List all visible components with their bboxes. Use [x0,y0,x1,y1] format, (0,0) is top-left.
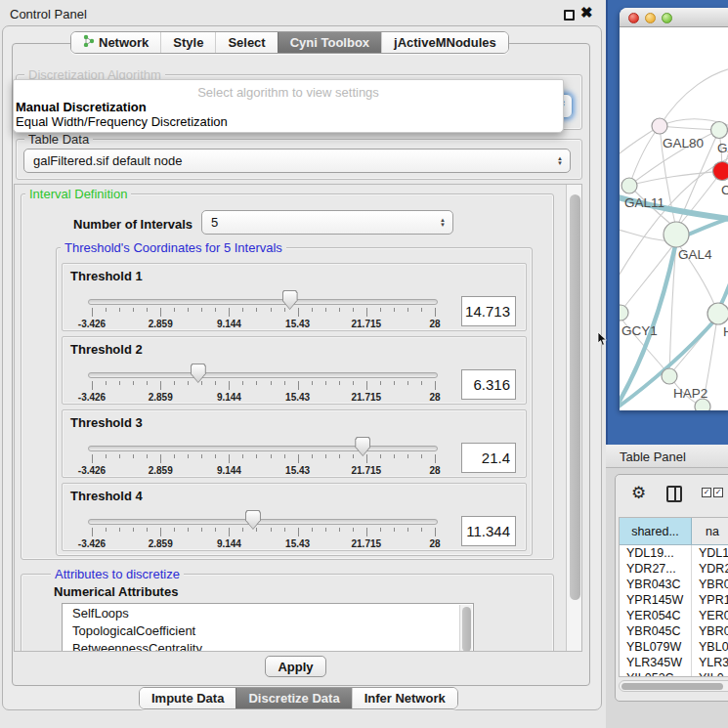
cell-shared-name[interactable]: YDR27... [620,561,692,577]
slider-track[interactable] [88,299,438,305]
tab-cyni-toolbox[interactable]: Cyni Toolbox [278,32,381,53]
popup-item-equal-width-frequency[interactable]: Equal Width/Frequency Discretization [16,114,228,129]
attributes-list-scrollbar[interactable] [459,605,472,652]
spinner-arrows-icon: ▲▼ [440,218,446,228]
cell-name[interactable]: YIL0 [692,670,728,677]
close-icon[interactable]: ✖ [580,4,593,21]
network-edge[interactable] [660,126,719,130]
network-node[interactable] [620,305,628,321]
threshold-value-field[interactable] [461,516,516,546]
tab-infer-network[interactable]: Infer Network [352,688,457,708]
table-row[interactable]: YBL079WYBL0 [620,639,728,655]
minimize-traffic-light-icon[interactable] [645,13,656,23]
cell-name[interactable]: YBL0 [692,639,728,655]
tab-network[interactable]: Network [71,32,160,53]
slider-tick [284,528,285,532]
tab-discretize-data[interactable]: Discretize Data [236,688,351,708]
network-node[interactable] [662,368,677,384]
cell-name[interactable]: YDL1 [692,545,728,561]
table-row[interactable]: YDR27...YDR2 [620,561,728,577]
network-node[interactable] [664,222,689,247]
network-window-titlebar[interactable] [620,8,728,27]
network-node-label: GAL80 [663,136,704,150]
settings-scroll-viewport: Interval Definition Number of Intervals … [14,184,582,652]
numerical-attributes-list[interactable]: SelfLoopsTopologicalCoefficientBetweenne… [62,603,474,652]
slider-track[interactable] [88,372,438,378]
network-node[interactable] [711,122,728,139]
slider-track[interactable] [88,519,438,525]
cell-shared-name[interactable]: YER054C [620,608,692,623]
network-edge[interactable] [629,171,722,186]
slider-thumb[interactable] [355,437,370,456]
threshold-value-field[interactable] [461,296,516,326]
network-view-window[interactable]: GAL80GACGAL11GAL4GCY1HHAP2 [620,8,728,410]
checkbox-icon[interactable]: ✓ [713,488,723,497]
cell-shared-name[interactable]: YDL19... [620,545,692,561]
cell-name[interactable]: YPR1 [692,592,728,608]
table-row[interactable]: YBR045CYBR0 [620,623,728,639]
network-edge[interactable] [676,171,722,229]
cell-shared-name[interactable]: YPR145W [620,592,692,608]
table-horizontal-scrollbar[interactable] [619,680,728,692]
cell-name[interactable]: YBR0 [692,577,728,592]
column-header-name[interactable]: na [692,518,728,544]
checkbox-icon[interactable]: ✓ [702,488,711,497]
scrollbar-thumb[interactable] [621,683,723,690]
split-column-icon[interactable] [666,486,682,502]
zoom-traffic-light-icon[interactable] [662,13,672,23]
cell-name[interactable]: YBR0 [692,623,728,639]
network-node[interactable] [695,399,710,410]
number-of-intervals-combobox[interactable]: 5 ▲▼ [201,210,453,235]
network-node[interactable] [652,118,667,134]
slider-tick [407,528,408,532]
network-node[interactable] [713,162,728,181]
cell-shared-name[interactable]: YLR345W [620,655,692,670]
cell-shared-name[interactable]: YBL079W [620,639,692,655]
attribute-list-item[interactable]: BetweennessCentrality [63,639,473,652]
tab-style[interactable]: Style [160,32,215,53]
threshold-value-field[interactable] [461,443,516,473]
float-window-icon[interactable] [564,10,575,21]
slider-thumb[interactable] [282,290,298,310]
table-row[interactable]: YER054CYER0 [620,608,728,623]
scrollbar-thumb[interactable] [462,607,471,652]
apply-button[interactable]: Apply [265,656,326,677]
settings-scrollbar[interactable] [566,185,582,652]
table-row[interactable]: YPR145WYPR1 [620,592,728,608]
cell-shared-name[interactable]: YBR043C [620,577,692,592]
cell-name[interactable]: YLR3 [692,655,728,670]
cell-shared-name[interactable]: YIL052C [620,670,692,677]
threshold-block: Threshold 1-3.4262.8599.14415.4321.71528 [62,263,527,331]
tab-select[interactable]: Select [215,32,277,53]
cell-shared-name[interactable]: YBR045C [620,623,692,639]
table-data-combobox[interactable]: galFiltered.sif default node ▲▼ [23,149,571,173]
close-traffic-light-icon[interactable] [628,13,639,23]
popup-item-manual-discretization[interactable]: Manual Discretization [16,100,147,114]
network-node[interactable] [707,303,728,324]
cell-name[interactable]: YER0 [692,608,728,623]
table-header-row: shared... na [620,518,728,545]
table-row[interactable]: YLR345WYLR3 [620,655,728,670]
table-row[interactable]: YBR043CYBR0 [620,577,728,592]
table-row[interactable]: YIL052CYIL0 [620,670,728,677]
column-header-shared-name[interactable]: shared... [620,518,692,544]
network-canvas[interactable]: GAL80GACGAL11GAL4GCY1HHAP2 [620,28,728,410]
attribute-list-item[interactable]: TopologicalCoefficient [63,621,473,639]
gear-icon[interactable]: ⚙ [631,483,646,502]
node-attribute-table[interactable]: shared... na YDL19...YDL1YDR27...YDR2YBR… [619,517,728,677]
spinner-arrows-icon: ▲▼ [557,156,563,166]
scrollbar-thumb[interactable] [570,194,580,600]
slider-thumb[interactable] [191,364,206,383]
cell-name[interactable]: YDR2 [692,561,728,577]
attribute-list-item[interactable]: SelfLoops [63,604,473,621]
tab-impute-data[interactable]: Impute Data [140,688,236,708]
table-row[interactable]: YDL19...YDL1 [620,545,728,561]
threshold-value-field[interactable] [461,369,516,400]
tab-jactivemnodules[interactable]: jActiveMNodules [381,32,508,53]
network-edge[interactable] [629,126,660,186]
network-edge[interactable] [660,67,728,126]
slider-track[interactable] [88,446,438,451]
slider-thumb[interactable] [245,510,261,530]
network-node[interactable] [621,178,637,193]
bottom-tabstrip: Impute Data Discretize Data Infer Networ… [139,687,458,709]
